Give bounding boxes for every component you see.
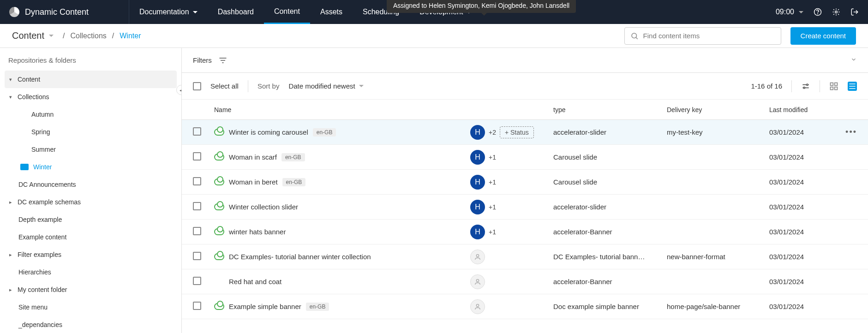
content-area: Filters Select all Sort by Date modified… bbox=[182, 48, 868, 333]
filters-bar: Filters bbox=[182, 48, 868, 73]
row-checkbox[interactable] bbox=[193, 252, 201, 260]
settings-sliders-icon[interactable] bbox=[801, 82, 810, 91]
assignee-extra-count[interactable]: +1 bbox=[489, 178, 496, 186]
cloud-icon bbox=[214, 154, 224, 161]
tree-repo[interactable]: _dependancies bbox=[5, 316, 177, 333]
tree-repo[interactable]: DC Announcements bbox=[5, 176, 177, 193]
row-name: Red hat and coat bbox=[229, 278, 281, 285]
assignee-avatar[interactable]: H bbox=[470, 150, 485, 165]
tree-season-summer[interactable]: Summer bbox=[5, 141, 177, 158]
list-view-icon[interactable] bbox=[848, 82, 857, 91]
tree-label: DC Announcements bbox=[18, 181, 76, 188]
assignee-avatar[interactable]: H bbox=[470, 175, 485, 190]
row-name: Winter is coming carousel bbox=[229, 128, 308, 136]
sidebar: Repositories & folders ▾Content ▾Collect… bbox=[0, 48, 182, 333]
tree-repo[interactable]: ▸My content folder bbox=[5, 281, 177, 298]
nav-assets[interactable]: Assets bbox=[310, 0, 353, 24]
tree-repo[interactable]: Depth example bbox=[5, 211, 177, 228]
tree-label: Content bbox=[18, 76, 40, 83]
logout-icon[interactable] bbox=[850, 8, 859, 16]
row-checkbox[interactable] bbox=[193, 227, 201, 235]
filter-icon[interactable] bbox=[218, 56, 227, 65]
assignee-avatar-empty[interactable] bbox=[470, 274, 485, 289]
row-checkbox[interactable] bbox=[193, 202, 201, 210]
table-row[interactable]: winter hats banner H+1 accelerator-Banne… bbox=[182, 220, 868, 244]
table-row[interactable]: Woman in bereten-GB H+1 Carousel slide 0… bbox=[182, 170, 868, 195]
search-input[interactable] bbox=[643, 32, 775, 40]
assignee-avatar[interactable]: H bbox=[470, 200, 485, 214]
assignee-avatar-empty[interactable] bbox=[470, 299, 485, 314]
svg-point-10 bbox=[476, 254, 479, 256]
row-delivery-key: home-page/sale-banner bbox=[667, 303, 769, 310]
tree-repo[interactable]: Site menu bbox=[5, 298, 177, 316]
row-delivery-key: new-banner-format bbox=[667, 253, 769, 261]
tree-repo[interactable]: ▸DC example schemas bbox=[5, 193, 177, 211]
grid-view-icon[interactable] bbox=[829, 82, 838, 91]
clock[interactable]: 09:00 bbox=[776, 8, 803, 16]
select-all-checkbox[interactable] bbox=[193, 82, 201, 90]
filters-label[interactable]: Filters bbox=[193, 56, 212, 64]
nav-documentation[interactable]: Documentation bbox=[129, 0, 208, 24]
tree-season-winter[interactable]: Winter bbox=[5, 158, 177, 176]
col-name[interactable]: Name bbox=[214, 106, 231, 113]
tree-repo[interactable]: Hierarchies bbox=[5, 263, 177, 281]
tree-season-spring[interactable]: Spring bbox=[5, 123, 177, 141]
gear-icon[interactable] bbox=[832, 8, 840, 16]
row-checkbox[interactable] bbox=[193, 277, 201, 285]
table-row[interactable]: Winter is coming carouselen-GB H+2+ Stat… bbox=[182, 120, 868, 145]
table-row[interactable]: DC Examples- tutorial banner winter coll… bbox=[182, 244, 868, 269]
tree-season-autumn[interactable]: Autumn bbox=[5, 106, 177, 123]
create-content-button[interactable]: Create content bbox=[790, 27, 856, 45]
tree-collections[interactable]: ▾Collections bbox=[5, 88, 177, 106]
nav-dashboard[interactable]: Dashboard bbox=[208, 0, 264, 24]
table-row[interactable]: Winter collection slider H+1 accelerator… bbox=[182, 195, 868, 220]
assignee-extra-count[interactable]: +2 bbox=[489, 129, 496, 136]
search-icon bbox=[630, 32, 639, 40]
add-status-button[interactable]: + Status bbox=[500, 126, 534, 138]
sort-dropdown[interactable]: Date modified newest bbox=[288, 82, 363, 90]
svg-rect-6 bbox=[831, 83, 833, 85]
help-icon[interactable] bbox=[814, 8, 822, 16]
nav-content[interactable]: Content bbox=[264, 0, 310, 24]
assignee-extra-count[interactable]: +1 bbox=[489, 203, 496, 211]
tree-label: Summer bbox=[31, 146, 56, 153]
row-checkbox[interactable] bbox=[193, 302, 201, 310]
assignee-extra-count[interactable]: +1 bbox=[489, 154, 496, 161]
table-row[interactable]: Woman in scarfen-GB H+1 Carousel slide 0… bbox=[182, 145, 868, 170]
assignee-avatar-empty[interactable] bbox=[470, 250, 485, 264]
chevron-down-icon[interactable] bbox=[850, 56, 857, 63]
col-modified[interactable]: Last modified bbox=[769, 106, 808, 113]
col-delivery[interactable]: Delivery key bbox=[667, 106, 702, 113]
chevron-down-icon: ▾ bbox=[9, 94, 18, 100]
select-all-label[interactable]: Select all bbox=[210, 82, 239, 90]
crumb-winter[interactable]: Winter bbox=[120, 32, 141, 40]
row-more-menu[interactable]: ••• bbox=[845, 127, 857, 137]
breadcrumb-root[interactable]: Content bbox=[12, 30, 54, 41]
cloud-icon bbox=[214, 253, 224, 260]
divider bbox=[791, 80, 792, 92]
row-checkbox[interactable] bbox=[193, 152, 201, 161]
crumb-collections[interactable]: Collections bbox=[71, 32, 107, 40]
row-delivery-key: my-test-key bbox=[667, 128, 769, 136]
search-box[interactable] bbox=[624, 27, 781, 45]
table-row[interactable]: Red hat and coat accelerator-Banner 03/0… bbox=[182, 269, 868, 294]
tree-label: DC example schemas bbox=[18, 198, 81, 206]
assignee-avatar[interactable]: H bbox=[470, 125, 485, 140]
row-modified: 03/01/2024 bbox=[769, 203, 829, 211]
row-modified: 03/01/2024 bbox=[769, 228, 829, 236]
col-type[interactable]: type bbox=[553, 106, 565, 113]
row-checkbox[interactable] bbox=[193, 127, 201, 136]
assignee-avatar[interactable]: H bbox=[470, 225, 485, 239]
row-checkbox[interactable] bbox=[193, 177, 201, 185]
tree-content[interactable]: ▾Content bbox=[5, 71, 177, 88]
tree-repo[interactable]: ▸Filter examples bbox=[5, 246, 177, 263]
result-count: 1-16 of 16 bbox=[751, 82, 782, 90]
row-type: DC Examples- tutorial bann… bbox=[553, 253, 667, 261]
assignee-extra-count[interactable]: +1 bbox=[489, 228, 496, 236]
collapse-sidebar-button[interactable]: ◀ bbox=[176, 85, 182, 95]
root-label: Content bbox=[12, 30, 44, 41]
crumb-separator: / bbox=[112, 32, 114, 40]
table-row[interactable]: Example simple banneren-GB Doc example s… bbox=[182, 294, 868, 319]
tree-repo[interactable]: Example content bbox=[5, 228, 177, 246]
row-type: accelerator-slider bbox=[553, 128, 667, 136]
